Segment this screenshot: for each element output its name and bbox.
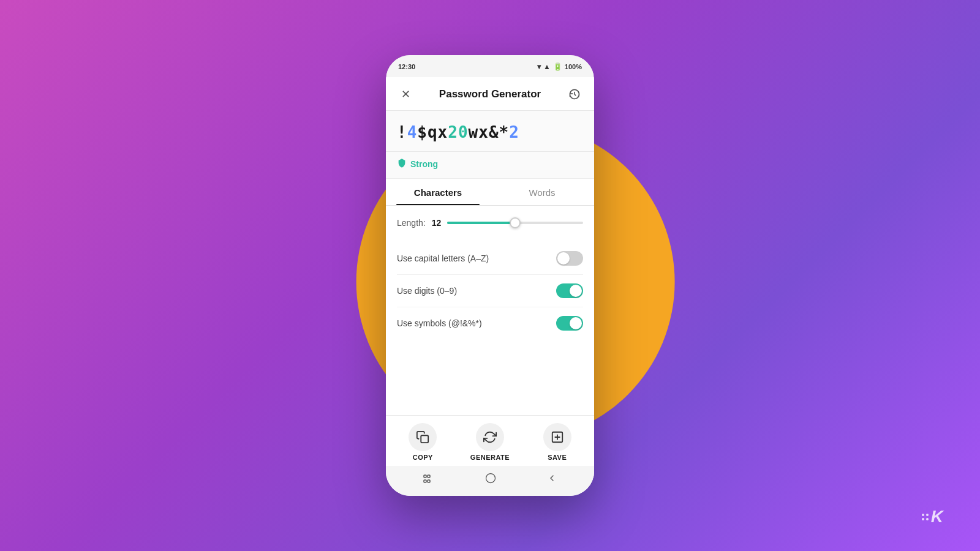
pw-segment-6: 2 (509, 123, 519, 141)
toggle-label-symbols: Use symbols (@!&%*) (397, 318, 482, 328)
signal-icon: ▲ (543, 62, 551, 71)
battery-level: 100% (565, 63, 582, 70)
toggle-label-capital: Use capital letters (A–Z) (397, 253, 489, 263)
phone-wrapper: 12:30 ▾ ▲ 🔋 100% ✕ Password Generator (386, 55, 594, 496)
copy-button[interactable]: COPY (409, 423, 437, 461)
pw-segment-3: $qx (417, 123, 448, 141)
svg-rect-7 (428, 480, 430, 482)
length-slider[interactable] (447, 217, 583, 229)
copy-label: COPY (413, 454, 433, 461)
phone-frame: 12:30 ▾ ▲ 🔋 100% ✕ Password Generator (386, 55, 594, 496)
status-time: 12:30 (398, 63, 415, 70)
app-header: ✕ Password Generator (386, 77, 594, 111)
toggle-symbols[interactable] (556, 316, 583, 331)
pw-segment-5: wx&* (469, 123, 510, 141)
slider-fill (447, 222, 515, 224)
svg-rect-0 (421, 435, 429, 443)
app-title: Password Generator (439, 88, 541, 100)
history-icon (568, 88, 581, 100)
toggle-knob-symbols (570, 317, 582, 329)
status-bar: 12:30 ▾ ▲ 🔋 100% (386, 55, 594, 75)
wifi-icon: ▾ (537, 62, 541, 71)
save-icon (543, 423, 571, 451)
pw-segment-4: 20 (448, 123, 468, 141)
password-display: !4$qx20wx&*2 (386, 111, 594, 152)
nav-home-icon[interactable] (484, 472, 497, 487)
history-button[interactable] (566, 86, 583, 103)
tab-words[interactable]: Words (490, 179, 594, 205)
generate-button[interactable]: GENERATE (470, 423, 510, 461)
action-bar: COPY GENERATE (386, 415, 594, 466)
toggle-digits[interactable] (556, 283, 583, 298)
toggle-row-symbols: Use symbols (@!&%*) (397, 307, 583, 339)
copy-icon (409, 423, 437, 451)
toggle-knob-capital (557, 252, 570, 264)
close-button[interactable]: ✕ (397, 86, 414, 103)
generate-icon (476, 423, 504, 451)
nav-bar (386, 466, 594, 496)
strength-check-icon (397, 158, 407, 170)
watermark: K (922, 507, 943, 527)
watermark-letter: K (931, 507, 943, 527)
toggle-row-digits: Use digits (0–9) (397, 275, 583, 307)
status-icons: ▾ ▲ 🔋 100% (537, 62, 582, 71)
toggle-row-capital: Use capital letters (A–Z) (397, 242, 583, 275)
nav-menu-icon[interactable] (423, 473, 434, 486)
pw-segment-2: 4 (407, 123, 418, 141)
length-value: 12 (432, 218, 442, 228)
svg-rect-6 (424, 480, 426, 482)
save-button[interactable]: SAVE (543, 423, 571, 461)
generate-label: GENERATE (470, 454, 510, 461)
settings-content: Length: 12 Use capital letters (A–Z) (386, 206, 594, 415)
strength-row: Strong (386, 152, 594, 179)
pw-segment-1: ! (397, 123, 407, 141)
tabs: Characters Words (386, 179, 594, 206)
toggle-label-digits: Use digits (0–9) (397, 286, 457, 296)
length-row: Length: 12 (397, 217, 583, 229)
app-content: ✕ Password Generator !4$qx20wx&*2 (386, 77, 594, 496)
slider-thumb[interactable] (510, 217, 521, 228)
tab-characters[interactable]: Characters (386, 179, 490, 205)
svg-point-8 (486, 474, 496, 483)
toggle-capital[interactable] (556, 251, 583, 266)
strength-label: Strong (410, 159, 438, 169)
toggle-knob-digits (570, 285, 582, 297)
svg-rect-5 (428, 475, 430, 478)
battery-icon: 🔋 (553, 62, 562, 71)
nav-back-icon[interactable] (547, 473, 557, 486)
watermark-dots (922, 514, 929, 520)
save-label: SAVE (548, 454, 567, 461)
length-label: Length: (397, 218, 426, 228)
password-text: !4$qx20wx&*2 (397, 123, 583, 141)
svg-rect-4 (424, 475, 426, 478)
